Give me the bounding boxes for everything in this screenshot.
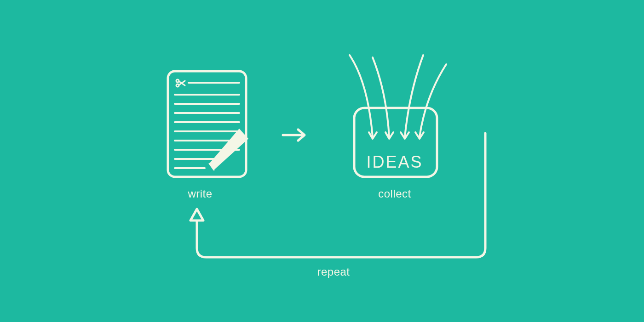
write-label: write bbox=[187, 187, 212, 200]
repeat-label: repeat bbox=[317, 266, 350, 278]
collect-label: collect bbox=[378, 187, 411, 200]
svg-marker-19 bbox=[190, 209, 203, 220]
ideas-box-text: IDEAS bbox=[366, 153, 423, 171]
process-diagram: write IDEAS bbox=[0, 0, 644, 322]
repeat-arrow bbox=[190, 133, 485, 257]
svg-rect-0 bbox=[168, 71, 246, 177]
write-node bbox=[168, 71, 248, 177]
arrow-write-to-collect bbox=[283, 130, 305, 141]
collect-node: IDEAS bbox=[350, 55, 446, 177]
